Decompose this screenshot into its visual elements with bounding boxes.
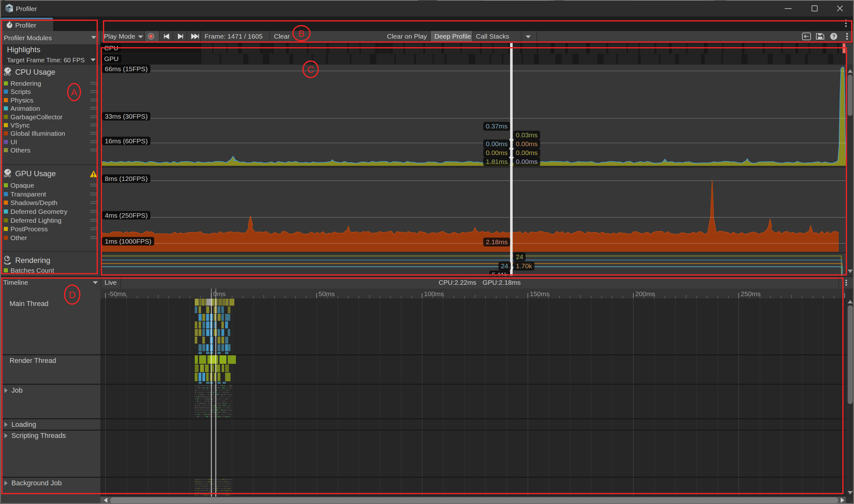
svg-text:C: C <box>307 64 314 75</box>
svg-text:A: A <box>71 87 77 97</box>
svg-text:D: D <box>69 289 76 300</box>
svg-text:B: B <box>298 28 304 39</box>
